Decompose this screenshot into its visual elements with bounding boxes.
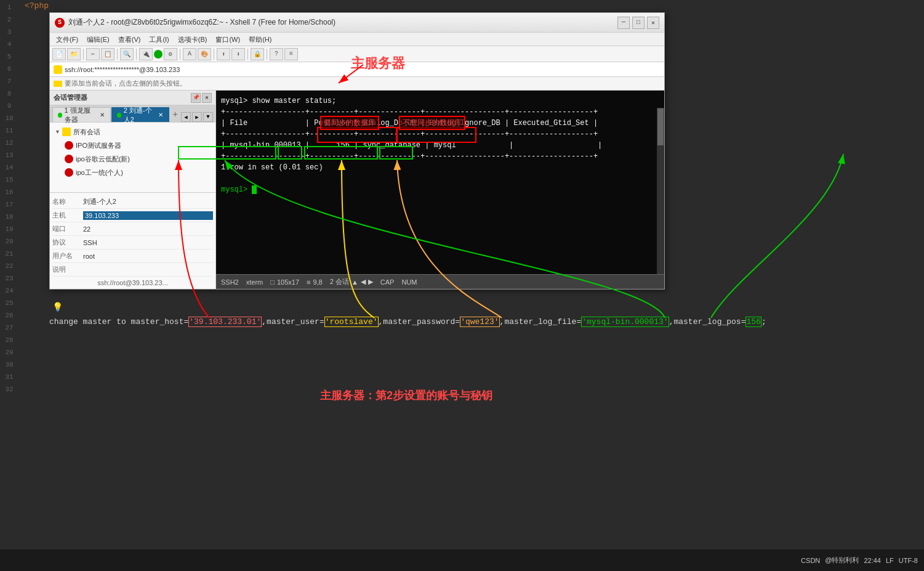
cmd-logfile: 'mysql-bin.000013' bbox=[581, 317, 669, 327]
status-sessions-prev[interactable]: ◀ bbox=[361, 278, 366, 286]
status-bar: SSH2 xterm □ 105x17 ≡ 9,8 2 会话 ▲ ◀ ▶ bbox=[216, 274, 664, 289]
xshell-icon: S bbox=[55, 18, 65, 28]
toolbar-folder[interactable]: 📁 bbox=[67, 48, 81, 60]
status-xterm-text: xterm bbox=[246, 278, 263, 286]
prop-protocol-row: 协议 SSH bbox=[52, 236, 213, 249]
cmd-mu-label: ,master_user= bbox=[262, 317, 324, 326]
server-icon-2 bbox=[65, 155, 73, 163]
term-line-8 bbox=[221, 173, 659, 184]
menu-view[interactable]: 查看(V) bbox=[114, 33, 145, 46]
toolbar-settings[interactable]: ⚙ bbox=[164, 48, 177, 60]
tab-2-liutong[interactable]: 2 刘通-个人2 ✕ bbox=[111, 107, 169, 122]
toolbar-search[interactable]: 🔍 bbox=[120, 48, 134, 60]
line-numbers: 1 2 3 4 5 6 7 8 9 10 11 12 13 14 15 16 1… bbox=[0, 0, 18, 571]
prop-name-value: 刘通-个人2 bbox=[83, 197, 213, 206]
line-num-18: 18 bbox=[0, 211, 18, 223]
tab-prev-button[interactable]: ◀ bbox=[181, 112, 191, 122]
tree-all-sessions[interactable]: ▼ 所有会话 bbox=[52, 125, 213, 139]
line-num-32: 32 bbox=[0, 383, 18, 395]
status-sessions-arrow: ▲ bbox=[352, 278, 358, 286]
session-pin-button[interactable]: 📌 bbox=[191, 93, 201, 103]
tab-1-label: 1 强龙服务器 bbox=[65, 106, 97, 124]
toolbar-sep-2 bbox=[117, 49, 118, 60]
menu-tabs[interactable]: 选项卡(B) bbox=[174, 33, 211, 46]
prop-user-row: 用户名 root bbox=[52, 249, 213, 263]
tab-1-status-dot bbox=[58, 113, 62, 118]
menu-edit[interactable]: 编辑(E) bbox=[83, 33, 113, 46]
line-num-16: 16 bbox=[0, 186, 18, 198]
prop-user-value: root bbox=[83, 253, 213, 260]
toolbar-connect[interactable]: 🔌 bbox=[139, 48, 153, 60]
toolbar-sep-5 bbox=[214, 49, 214, 60]
line-num-13: 13 bbox=[0, 149, 18, 161]
prop-desc-row: 说明 bbox=[52, 263, 213, 277]
session-header-buttons: 📌 ✕ bbox=[191, 93, 212, 103]
tree-ipo-google[interactable]: ipo谷歌云低配(新) bbox=[52, 152, 213, 166]
session-manager-title: 会话管理器 bbox=[54, 93, 87, 102]
toolbar-copy[interactable]: 📋 bbox=[101, 48, 114, 60]
session-close-button[interactable]: ✕ bbox=[202, 93, 212, 103]
taskbar: CSDN @特别利利 22:44 LF UTF-8 bbox=[0, 549, 924, 571]
status-sessions-next[interactable]: ▶ bbox=[368, 278, 373, 286]
prop-name-row: 名称 刘通-个人2 bbox=[52, 195, 213, 209]
prop-name-label: 名称 bbox=[52, 197, 83, 206]
status-terminal-type: xterm bbox=[246, 278, 263, 286]
tab-1-close[interactable]: ✕ bbox=[99, 111, 105, 119]
tab-1-qianglong[interactable]: 1 强龙服务器 ✕ bbox=[52, 107, 111, 122]
line-num-7: 7 bbox=[0, 75, 18, 87]
menu-bar: 文件(F) 编辑(E) 查看(V) 工具(I) 选项卡(B) 窗口(W) 帮助(… bbox=[50, 33, 664, 46]
toolbar-status-indicator bbox=[154, 50, 163, 59]
toolbar-help[interactable]: ? bbox=[270, 48, 283, 60]
terminal-scroll-thumb[interactable] bbox=[657, 108, 664, 145]
line-num-30: 30 bbox=[0, 358, 18, 371]
line-num-5: 5 bbox=[0, 51, 18, 63]
status-num-text: NUM bbox=[401, 278, 417, 286]
menu-tools[interactable]: 工具(I) bbox=[145, 33, 172, 46]
tab-next-button[interactable]: ▶ bbox=[192, 112, 202, 122]
toolbar-font[interactable]: A bbox=[183, 48, 196, 60]
tab-menu-button[interactable]: ▼ bbox=[203, 112, 213, 122]
status-size-text: 105x17 bbox=[277, 278, 299, 286]
tab-add-button[interactable]: + bbox=[170, 107, 180, 122]
tab-2-close[interactable]: ✕ bbox=[158, 111, 164, 119]
account-annotation: 主服务器：第2步设置的账号与秘钥 bbox=[320, 388, 492, 403]
tree-ipo-test[interactable]: IPO测试服务器 bbox=[52, 139, 213, 152]
line-num-3: 3 bbox=[0, 26, 18, 38]
toolbar-more[interactable]: ≡ bbox=[284, 48, 298, 60]
line-num-26: 26 bbox=[0, 309, 18, 322]
prop-port-value: 22 bbox=[83, 225, 213, 233]
minimize-button[interactable]: ─ bbox=[617, 17, 630, 29]
session-manager: 会话管理器 📌 ✕ 1 强龙服务器 ✕ 2 刘通-个人2 ✕ + bbox=[50, 91, 216, 289]
line-num-1: 1 bbox=[0, 1, 18, 14]
menu-help[interactable]: 帮助(H) bbox=[245, 33, 275, 46]
tree-ipo-personal[interactable]: ipo工一统(个人) bbox=[52, 166, 213, 179]
toolbar-cut[interactable]: ✂ bbox=[86, 48, 100, 60]
command-line: change master to master_host='39.103.233… bbox=[49, 317, 826, 326]
session-tree: ▼ 所有会话 IPO测试服务器 ipo谷歌云低配(新) ipo工一统(个人) bbox=[50, 123, 215, 192]
toolbar-upload[interactable]: ⬆ bbox=[217, 48, 230, 60]
terminal-output: mysql> show master status; +------------… bbox=[221, 95, 659, 195]
toolbar-color[interactable]: 🎨 bbox=[198, 48, 211, 60]
terminal-scrollbar[interactable] bbox=[657, 108, 664, 274]
line-num-31: 31 bbox=[0, 371, 18, 383]
menu-window[interactable]: 窗口(W) bbox=[212, 33, 244, 46]
terminal[interactable]: mysql> show master status; +------------… bbox=[216, 91, 664, 274]
tree-expand-all[interactable]: ▼ bbox=[55, 129, 62, 135]
maximize-button[interactable]: □ bbox=[632, 17, 645, 29]
term-line-5: | mysql-bin.000013 | 156 | sync_database… bbox=[221, 140, 659, 151]
line-num-25: 25 bbox=[0, 297, 18, 309]
menu-file[interactable]: 文件(F) bbox=[52, 33, 82, 46]
status-line: ≡ 9,8 bbox=[307, 278, 323, 286]
toolbar-lock[interactable]: 🔒 bbox=[251, 48, 264, 60]
close-button[interactable]: ✕ bbox=[647, 17, 659, 29]
ssh-label: ssh://root@39.103.23... bbox=[97, 279, 168, 286]
line-num-14: 14 bbox=[0, 161, 18, 174]
toolbar-new[interactable]: 📄 bbox=[52, 48, 66, 60]
toolbar-download[interactable]: ⬇ bbox=[231, 48, 245, 60]
bulb-icon: 💡 bbox=[52, 302, 63, 312]
tree-all-sessions-label: 所有会话 bbox=[73, 128, 100, 137]
prop-desc-label: 说明 bbox=[52, 265, 83, 274]
prop-port-row: 端口 22 bbox=[52, 222, 213, 236]
term-line-3: | File | Position | Binlog_Do_DB | Binlo… bbox=[221, 118, 659, 129]
status-cap: CAP bbox=[380, 278, 395, 286]
